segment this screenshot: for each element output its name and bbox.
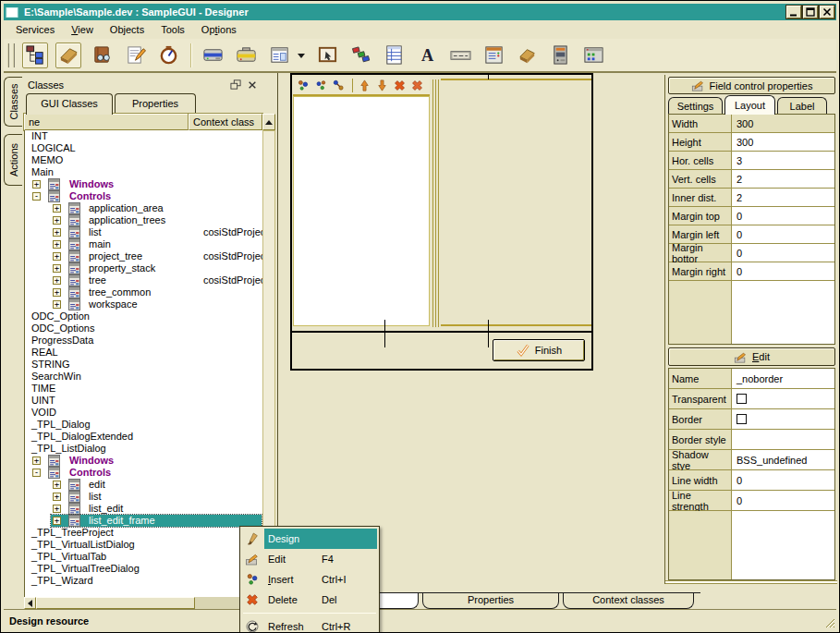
property-value[interactable] bbox=[732, 409, 834, 429]
tree-row[interactable]: +list_edit_frame bbox=[25, 515, 262, 527]
property-value[interactable]: 0 bbox=[732, 244, 834, 262]
view-tab-context-classes[interactable]: Context classes bbox=[563, 593, 694, 609]
canvas-button-link-node-icon[interactable] bbox=[331, 78, 347, 93]
tree-expander[interactable]: + bbox=[53, 228, 61, 237]
tree-expander[interactable]: - bbox=[32, 192, 41, 201]
window-logo-icon[interactable] bbox=[6, 6, 18, 18]
tree-row[interactable]: +Windows bbox=[25, 455, 262, 467]
context-menu-item-insert[interactable]: InsertCtrl+I bbox=[240, 569, 379, 590]
property-value[interactable]: 0 bbox=[732, 491, 834, 510]
menu-item-objects[interactable]: Objects bbox=[102, 21, 152, 38]
tree-row[interactable]: +application_trees bbox=[25, 214, 262, 226]
toolbar-button-eraser-icon[interactable] bbox=[55, 43, 81, 68]
tree-expander[interactable]: + bbox=[53, 240, 61, 249]
scrollbar-thumb[interactable] bbox=[36, 597, 195, 609]
tree-row[interactable]: _TPL_Wizard bbox=[25, 575, 262, 587]
tree-row[interactable]: +main bbox=[25, 238, 262, 250]
close-button[interactable] bbox=[820, 6, 834, 18]
checkbox-unchecked[interactable] bbox=[737, 414, 747, 424]
toolbar-button-form-list-icon[interactable] bbox=[481, 43, 506, 68]
menu-item-tools[interactable]: Tools bbox=[152, 21, 193, 38]
tree-row[interactable]: LOGICAL bbox=[25, 142, 262, 154]
property-value[interactable]: 0 bbox=[732, 225, 834, 243]
tree-row[interactable]: _TPL_ListDialog bbox=[25, 443, 262, 455]
tree-expander[interactable]: + bbox=[32, 180, 41, 189]
tree-expander[interactable]: + bbox=[53, 276, 61, 285]
property-value[interactable]: 0 bbox=[732, 470, 834, 490]
canvas-button-move-down-icon[interactable] bbox=[374, 78, 390, 93]
tree-row[interactable]: +application_area bbox=[25, 202, 262, 214]
column-header-context-class[interactable]: Context class bbox=[189, 114, 262, 130]
finish-button[interactable]: Finish bbox=[493, 339, 585, 361]
canvas-list-pane[interactable] bbox=[293, 96, 430, 326]
context-menu-item-refresh[interactable]: RefreshCtrl+R bbox=[240, 616, 379, 633]
tab-properties[interactable]: Properties bbox=[115, 93, 196, 114]
property-value[interactable]: 300 bbox=[732, 115, 834, 132]
tree-row[interactable]: UINT bbox=[25, 395, 262, 407]
property-value[interactable] bbox=[732, 389, 834, 408]
edit-section-button[interactable]: Edit bbox=[668, 347, 835, 366]
tab-label[interactable]: Label bbox=[777, 97, 827, 115]
tree-row[interactable]: +listcosiStdProjec... bbox=[25, 226, 262, 238]
toolbar-button-hierarchy-icon[interactable] bbox=[22, 43, 48, 68]
maximize-button[interactable] bbox=[803, 6, 818, 18]
toolbar-button-mini-edit-icon[interactable] bbox=[447, 43, 473, 68]
property-value[interactable] bbox=[732, 430, 834, 449]
tree-row[interactable]: ProgressData bbox=[25, 335, 262, 347]
column-header-name[interactable]: ne bbox=[24, 114, 189, 130]
toolbar-button-table-icon[interactable] bbox=[381, 43, 407, 68]
tree-row[interactable]: +edit bbox=[25, 479, 262, 491]
close-panel-icon[interactable] bbox=[246, 79, 259, 91]
toolbar-button-book-icon[interactable] bbox=[89, 43, 115, 68]
toolbar-button-dialog-window-icon[interactable] bbox=[580, 43, 606, 68]
context-menu-item-design[interactable]: Design bbox=[240, 529, 379, 549]
property-value[interactable]: BSS_undefined bbox=[732, 450, 834, 469]
canvas-button-delete-icon[interactable] bbox=[392, 78, 408, 93]
tree-row[interactable]: _TPL_DialogExtended bbox=[25, 431, 262, 443]
toolbar-button-eraser-small-icon[interactable] bbox=[514, 43, 540, 68]
tree-row[interactable]: -Controls bbox=[25, 190, 262, 202]
canvas-button-move-up-icon[interactable] bbox=[357, 78, 372, 93]
title-bar[interactable]: E:\Sample\Sample.dev : SampleGUI - Desig… bbox=[4, 4, 836, 20]
toolbar-button-flags-icon[interactable] bbox=[347, 43, 373, 68]
minimize-button[interactable] bbox=[786, 6, 801, 18]
toolbar-button-form-window-icon[interactable] bbox=[266, 43, 292, 68]
tree-row[interactable]: +property_stack bbox=[25, 262, 262, 274]
property-value[interactable]: 3 bbox=[732, 152, 834, 169]
dropdown-arrow-icon[interactable] bbox=[298, 54, 305, 62]
property-value[interactable]: 300 bbox=[732, 133, 834, 151]
horizontal-scrollbar[interactable] bbox=[24, 597, 262, 609]
tab-layout[interactable]: Layout bbox=[724, 95, 775, 115]
property-value[interactable]: 2 bbox=[732, 189, 834, 206]
tree-row[interactable]: _TPL_VirtualTreeDialog bbox=[25, 563, 262, 575]
field-control-properties-button[interactable]: Field control properties bbox=[668, 77, 835, 94]
tree-row[interactable]: ODC_Options bbox=[25, 323, 262, 335]
property-value[interactable]: 0 bbox=[732, 262, 834, 280]
context-menu-item-delete[interactable]: DeleteDel bbox=[240, 590, 379, 610]
toolbar-button-font-icon[interactable]: A bbox=[414, 43, 440, 68]
tree-row[interactable]: MEMO bbox=[25, 154, 262, 166]
tree-row[interactable]: +Windows bbox=[25, 178, 262, 190]
toolbar-button-image-icon[interactable] bbox=[314, 43, 340, 68]
resize-grip[interactable] bbox=[822, 615, 835, 628]
context-menu-item-edit[interactable]: EditF4 bbox=[240, 549, 379, 569]
tab-settings[interactable]: Settings bbox=[668, 97, 723, 115]
menu-item-view[interactable]: View bbox=[63, 21, 102, 38]
canvas-button-delete-all-icon[interactable] bbox=[409, 78, 425, 93]
tree-expander[interactable]: + bbox=[53, 252, 61, 261]
canvas-right-pane[interactable] bbox=[441, 79, 591, 326]
checkbox-unchecked[interactable] bbox=[737, 394, 747, 404]
property-value[interactable]: _noborder bbox=[732, 369, 834, 388]
menu-item-options[interactable]: Options bbox=[193, 21, 245, 38]
tree-row[interactable]: +treecosiStdProjec... bbox=[25, 274, 262, 286]
property-value[interactable]: 0 bbox=[732, 207, 834, 225]
tree-row[interactable]: _TPL_VirtualTab bbox=[25, 551, 262, 563]
tree-row[interactable]: _TPL_Dialog bbox=[25, 419, 262, 431]
tree-row[interactable]: +list_edit bbox=[25, 503, 262, 515]
canvas-button-insert-node-icon[interactable] bbox=[296, 78, 311, 93]
tree-row[interactable]: +tree_common bbox=[25, 286, 262, 298]
canvas-splitter[interactable] bbox=[432, 79, 439, 327]
tree-row[interactable]: -Controls bbox=[25, 467, 262, 479]
tree-expander[interactable]: - bbox=[32, 469, 41, 477]
scrollbar-up-button[interactable] bbox=[262, 114, 275, 130]
